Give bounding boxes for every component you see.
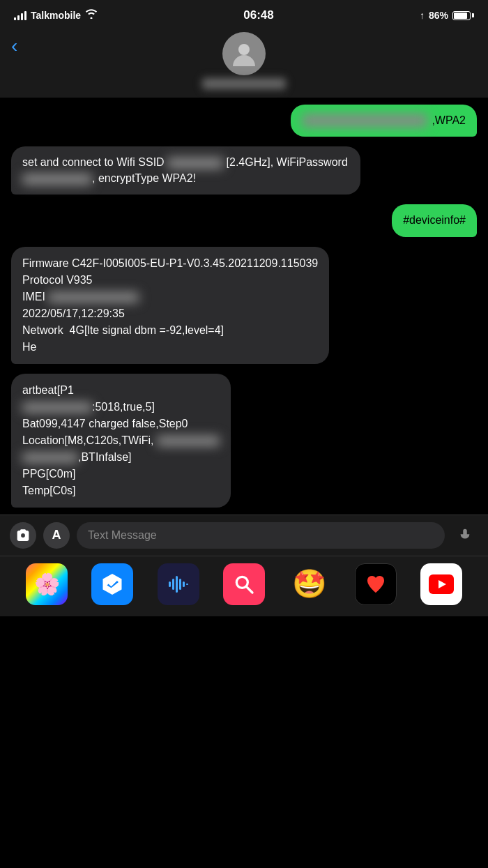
status-left: Talkmobile: [14, 9, 98, 22]
avatar: [222, 32, 266, 75]
carrier-name: Talkmobile: [31, 10, 81, 21]
battery-icon: [452, 11, 474, 20]
svg-rect-5: [179, 579, 181, 590]
input-placeholder: Text Message: [88, 529, 157, 541]
message-row-3: #deviceinfo#: [11, 204, 477, 236]
input-bar: A Text Message: [0, 515, 488, 556]
svg-rect-2: [169, 581, 171, 587]
message-row-1: ,WPA2: [11, 105, 477, 137]
status-time: 06:48: [243, 8, 273, 22]
wifi-icon: [85, 9, 98, 22]
bubble-received-5: artbeat[P1 :5018,true,5] Bat099,4147 cha…: [11, 374, 231, 508]
contact-info: [202, 32, 286, 89]
message-row-2: set and connect to Wifi SSID [2.4GHz], W…: [11, 146, 477, 195]
svg-point-0: [238, 44, 250, 55]
chat-messages: ,WPA2 set and connect to Wifi SSID [2.4G…: [0, 98, 488, 515]
svg-rect-7: [186, 584, 188, 585]
apps-button[interactable]: A: [43, 522, 70, 549]
youtube-icon: [429, 574, 454, 594]
blurred-content: [302, 114, 427, 127]
camera-icon: [16, 528, 30, 542]
dock-appstore-icon[interactable]: [91, 563, 133, 605]
dock-music-icon[interactable]: [158, 563, 199, 605]
bubble-sent-1: ,WPA2: [291, 105, 477, 137]
app-dock: 🌸 🤩: [0, 556, 488, 616]
message-input[interactable]: Text Message: [77, 522, 445, 549]
status-right: ↑ 86%: [420, 10, 474, 21]
back-button[interactable]: ‹: [11, 35, 17, 57]
location-arrow-icon: ↑: [420, 10, 425, 21]
apps-icon: A: [52, 528, 61, 542]
status-bar: Talkmobile 06:48 ↑ 86%: [0, 0, 488, 28]
appstore-icon: [100, 572, 125, 597]
signal-bars-icon: [14, 10, 26, 20]
message-row-5: artbeat[P1 :5018,true,5] Bat099,4147 cha…: [11, 374, 477, 508]
camera-button[interactable]: [10, 522, 36, 549]
svg-rect-4: [176, 576, 178, 593]
mic-icon: [457, 528, 473, 543]
battery-percent: 86%: [429, 10, 448, 21]
dock-photos-icon[interactable]: 🌸: [26, 563, 68, 605]
bubble-sent-3: #deviceinfo#: [392, 204, 477, 236]
contact-name-blurred: [202, 78, 286, 89]
svg-rect-6: [183, 581, 185, 587]
bubble-received-2: set and connect to Wifi SSID [2.4GHz], W…: [11, 146, 360, 195]
person-icon: [230, 40, 258, 68]
dock-youtube-icon[interactable]: [420, 563, 462, 605]
deviceinfo-text: #deviceinfo#: [403, 214, 466, 226]
message-row-4: Firmware C42F-I005I005-EU-P1-V0.3.45.202…: [11, 247, 477, 364]
mic-button[interactable]: [452, 522, 478, 549]
dock-memoji-icon[interactable]: 🤩: [289, 563, 330, 605]
heart-icon: [365, 573, 387, 595]
svg-line-9: [246, 586, 252, 593]
search-icon: [233, 573, 255, 595]
bubble-received-4: Firmware C42F-I005I005-EU-P1-V0.3.45.202…: [11, 247, 329, 364]
dock-search-icon[interactable]: [223, 563, 265, 605]
dock-fitness-icon[interactable]: [355, 563, 397, 605]
chat-header: ‹: [0, 28, 488, 98]
music-icon: [166, 572, 191, 597]
svg-rect-3: [172, 579, 174, 590]
